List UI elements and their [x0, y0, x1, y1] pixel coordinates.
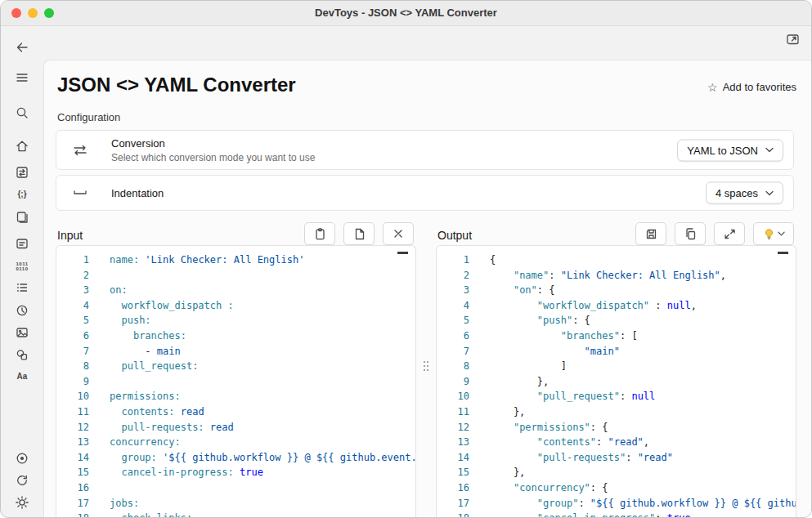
code-line: 11 },: [437, 404, 796, 420]
indentation-setting-card: Indentation 4 spaces: [56, 175, 794, 211]
line-number: 13: [56, 435, 89, 450]
sidebar-item-graphic-tools[interactable]: [10, 321, 34, 344]
line-number: 1: [437, 252, 469, 268]
sidebar-item-text-tools[interactable]: Aa: [10, 365, 34, 388]
copy-button[interactable]: [675, 222, 706, 245]
input-code[interactable]: 1name: 'Link Checker: All English'23on:4…: [56, 246, 415, 517]
code-line: 3 "on": {: [437, 283, 796, 298]
conversion-setting-card: Conversion Select which conversion mode …: [56, 130, 794, 170]
settings-button[interactable]: [10, 491, 34, 514]
code-line: 8 ]: [437, 359, 796, 374]
code-text: name: 'Link Checker: All English': [89, 252, 304, 268]
sidebar-item-generators[interactable]: [10, 232, 34, 255]
line-number: 9: [56, 374, 89, 390]
indentation-select[interactable]: 4 spaces: [706, 182, 783, 204]
code-text: "concurrency": {: [469, 480, 608, 496]
code-text: "workflow_dispatch" : null,: [469, 298, 697, 314]
input-editor[interactable]: 1name: 'Link Checker: All English'23on:4…: [56, 245, 416, 517]
search-button[interactable]: [10, 101, 34, 124]
paste-button[interactable]: [304, 222, 335, 245]
code-line: 2: [56, 268, 415, 284]
conversion-mode-select[interactable]: YAML to JSON: [677, 139, 783, 161]
code-text: [89, 268, 110, 284]
content-area: JSON <> YAML Converter ☆ Add to favorite…: [43, 60, 811, 517]
sidebar-item-encoders-decoders[interactable]: {;}: [10, 183, 34, 206]
add-to-favorites-button[interactable]: ☆ Add to favorites: [707, 81, 796, 93]
code-text: "pull-requests": "read": [469, 450, 673, 466]
search-icon: [15, 105, 29, 120]
code-line: 1name: 'Link Checker: All English': [56, 252, 415, 268]
line-number: 3: [56, 283, 89, 298]
code-line: 10permissions:: [56, 389, 415, 404]
copy-icon: [684, 227, 698, 241]
feedback-button[interactable]: [10, 447, 34, 470]
indentation-title: Indentation: [111, 187, 164, 199]
code-text: "contents": "read",: [469, 435, 649, 450]
code-line: 11 contents: read: [56, 404, 415, 420]
code-text: pull-requests: read: [89, 420, 234, 435]
expand-icon: [723, 227, 737, 241]
line-number: 10: [437, 389, 469, 404]
code-line: 10 "pull_request": null: [437, 389, 796, 404]
smart-suggestions-button[interactable]: [753, 222, 794, 245]
save-button[interactable]: [635, 222, 666, 245]
output-panel-label: Output: [437, 229, 472, 242]
code-text: contents: read: [89, 404, 204, 420]
line-number: 14: [56, 450, 89, 466]
code-text: cancel-in-progress: true: [89, 465, 263, 480]
line-number: 12: [437, 420, 469, 435]
check-updates-button[interactable]: [10, 469, 34, 492]
code-text: "push": {: [469, 313, 590, 328]
sidebar-item-home[interactable]: [10, 135, 34, 158]
output-code[interactable]: 1{2 "name": "Link Checker: All English",…: [437, 246, 796, 517]
refresh-icon: [15, 473, 29, 488]
zoom-window-button[interactable]: [44, 8, 54, 18]
menu-button[interactable]: [10, 66, 34, 89]
close-window-button[interactable]: [11, 8, 21, 18]
code-text: group: '${{ github.workflow }} @ ${{ git…: [89, 450, 416, 466]
sidebar-item-testers[interactable]: [10, 299, 34, 322]
generator-card-icon: [15, 236, 29, 251]
minimize-window-button[interactable]: [28, 8, 38, 18]
code-text: check-links:: [89, 511, 192, 517]
save-icon: [644, 227, 658, 241]
sidebar-item-list-tools[interactable]: [10, 276, 34, 299]
code-line: 18 "cancel-in-progress": true: [437, 511, 796, 517]
line-number: 11: [56, 404, 89, 420]
code-text: pull_request:: [89, 359, 198, 374]
line-number: 8: [437, 359, 469, 374]
conversion-title: Conversion: [111, 137, 165, 150]
detach-window-icon: [786, 32, 800, 46]
expand-button[interactable]: [714, 222, 745, 245]
output-editor[interactable]: 1{2 "name": "Link Checker: All English",…: [436, 245, 796, 517]
gear-icon: [15, 495, 29, 510]
shapes-icon: [15, 347, 29, 362]
code-text: "group": "${{ github.workflow }} @ ${{ g…: [469, 496, 796, 511]
sidebar-item-converters[interactable]: [10, 161, 34, 184]
panel-splitter-handle[interactable]: [422, 359, 430, 373]
scrollbar-marker: [778, 252, 788, 254]
line-number: 1: [56, 252, 89, 268]
sidebar-item-formatters[interactable]: [10, 206, 34, 229]
code-line: 7 "main": [437, 344, 796, 359]
code-line: 9: [56, 374, 415, 390]
code-line: 17 "group": "${{ github.workflow }} @ ${…: [437, 496, 796, 511]
code-text: concurrency:: [89, 435, 181, 450]
code-line: 15 cancel-in-progress: true: [56, 465, 415, 480]
sidebar-item-binary-tools[interactable]: 1011 0110: [10, 255, 34, 278]
clear-input-button[interactable]: [383, 222, 414, 245]
add-to-favorites-label: Add to favorites: [723, 81, 796, 93]
feedback-icon: [15, 451, 29, 466]
layers-icon: [15, 210, 29, 225]
open-file-button[interactable]: [343, 222, 375, 245]
code-text: "cancel-in-progress": true: [469, 511, 691, 517]
code-line: 3on:: [56, 283, 415, 298]
chevron-down-icon: [765, 190, 774, 195]
detach-window-button[interactable]: [784, 30, 801, 47]
configuration-heading: Configuration: [57, 111, 120, 123]
code-text: jobs:: [89, 496, 139, 511]
code-text: "on": {: [469, 283, 555, 298]
line-number: 7: [437, 344, 469, 359]
line-number: 6: [56, 328, 89, 344]
sidebar-item-color-tools[interactable]: [10, 343, 34, 366]
